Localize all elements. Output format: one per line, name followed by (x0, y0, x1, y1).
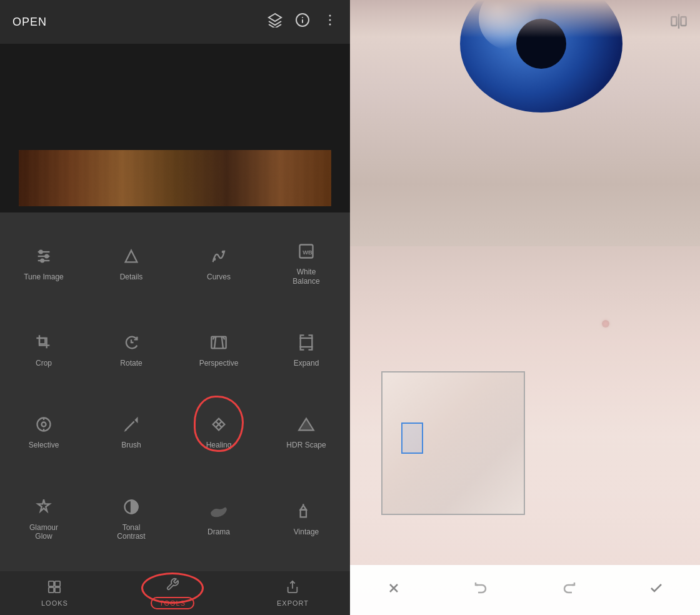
hdr-icon (298, 416, 315, 436)
export-label: EXPORT (277, 599, 309, 607)
tool-rotate[interactable]: Rotate (88, 310, 175, 392)
open-button[interactable]: OPEN (12, 16, 47, 29)
bottom-nav: LOOKS TOOLS EXPORT (0, 571, 350, 615)
svg-marker-28 (38, 499, 50, 511)
preview-image (19, 150, 331, 206)
rotate-icon (122, 334, 140, 354)
tool-vintage[interactable]: Vintage (262, 474, 350, 565)
nav-export[interactable]: EXPORT (277, 580, 309, 607)
eye-area (350, 0, 700, 277)
svg-point-12 (222, 250, 225, 253)
svg-point-3 (329, 24, 331, 26)
glamour-icon (35, 498, 52, 518)
mini-cursor (401, 422, 423, 454)
svg-point-1 (329, 15, 331, 17)
tool-expand[interactable]: Expand (262, 310, 350, 392)
looks-label: LOOKS (41, 599, 68, 607)
tool-tonal-contrast[interactable]: TonalContrast (88, 474, 175, 565)
svg-point-7 (39, 250, 42, 253)
svg-marker-27 (301, 422, 311, 431)
layers-icon[interactable] (268, 12, 282, 31)
selective-label: Selective (29, 441, 59, 449)
tool-hdr-scape[interactable]: HDR Scape (262, 392, 350, 474)
svg-point-8 (45, 254, 48, 258)
eyelid (350, 0, 700, 38)
brush-icon (122, 416, 140, 436)
expand-label: Expand (294, 359, 319, 368)
svg-rect-19 (301, 338, 312, 347)
svg-rect-36 (55, 587, 60, 592)
drama-icon (210, 502, 228, 522)
hdr-label: HDR Scape (286, 441, 326, 449)
svg-point-21 (42, 422, 46, 427)
tonal-label: TonalContrast (117, 523, 145, 541)
left-panel: OPEN (0, 0, 350, 615)
tool-white-balance[interactable]: WB WhiteBalance (262, 219, 350, 310)
more-icon[interactable] (322, 12, 338, 31)
tool-healing[interactable]: Healing (175, 392, 262, 474)
action-bar (350, 565, 700, 615)
tool-details[interactable]: Details (88, 219, 175, 310)
healing-label: Healing (206, 441, 232, 449)
crop-icon (35, 334, 52, 354)
svg-point-2 (329, 19, 331, 21)
tool-perspective[interactable]: Perspective (175, 310, 262, 392)
info-icon[interactable] (295, 12, 310, 31)
glamour-label: GlamourGlow (29, 523, 58, 541)
svg-rect-35 (49, 587, 54, 592)
wb-label: WhiteBalance (292, 268, 319, 286)
nav-tools[interactable]: TOOLS (151, 578, 194, 609)
rotate-label: Rotate (120, 359, 142, 368)
redo-button[interactable] (555, 574, 582, 606)
details-label: Details (120, 272, 143, 281)
drama-label: Drama (208, 528, 230, 536)
preview-area (0, 44, 350, 212)
tools-grid: Tune Image Details Curves (0, 212, 350, 571)
tool-curves[interactable]: Curves (175, 219, 262, 310)
svg-line-18 (222, 337, 223, 349)
vintage-label: Vintage (294, 528, 319, 536)
tune-label: Tune Image (24, 272, 64, 281)
tonal-icon (122, 498, 140, 518)
tool-brush[interactable]: Brush (88, 392, 175, 474)
svg-line-17 (214, 337, 216, 349)
perspective-label: Perspective (199, 359, 239, 368)
tool-selective[interactable]: Selective (0, 392, 88, 474)
expand-icon (298, 334, 315, 354)
svg-point-11 (213, 258, 216, 261)
svg-rect-34 (55, 581, 60, 586)
blemish (602, 320, 609, 328)
top-bar-icons (268, 12, 338, 31)
right-panel (350, 0, 700, 615)
svg-marker-31 (301, 506, 306, 510)
cancel-button[interactable] (380, 574, 408, 606)
svg-marker-10 (126, 250, 138, 262)
looks-icon (48, 580, 61, 597)
svg-rect-33 (49, 581, 54, 586)
brush-label: Brush (121, 441, 141, 449)
vintage-icon (298, 502, 315, 522)
curves-label: Curves (207, 272, 231, 281)
crop-label: Crop (36, 359, 52, 368)
tool-glamour-glow[interactable]: GlamourGlow (0, 474, 88, 565)
curves-icon (210, 248, 228, 268)
top-bar: OPEN (0, 0, 350, 44)
selective-icon (35, 416, 52, 436)
export-icon (286, 580, 299, 597)
wb-icon: WB (298, 242, 315, 262)
tools-icon (166, 578, 179, 594)
tool-drama[interactable]: Drama (175, 474, 262, 565)
healing-icon (210, 416, 228, 436)
tune-icon (35, 248, 52, 268)
confirm-button[interactable] (642, 574, 670, 606)
svg-text:WB: WB (302, 249, 312, 256)
details-icon (122, 248, 140, 268)
tool-crop[interactable]: Crop (0, 310, 88, 392)
tool-tune-image[interactable]: Tune Image (0, 219, 88, 310)
nav-looks[interactable]: LOOKS (41, 580, 68, 607)
undo-button[interactable] (468, 574, 495, 606)
svg-point-9 (41, 259, 44, 262)
svg-rect-15 (39, 338, 45, 344)
svg-rect-30 (301, 510, 306, 518)
tools-label: TOOLS (151, 597, 194, 609)
